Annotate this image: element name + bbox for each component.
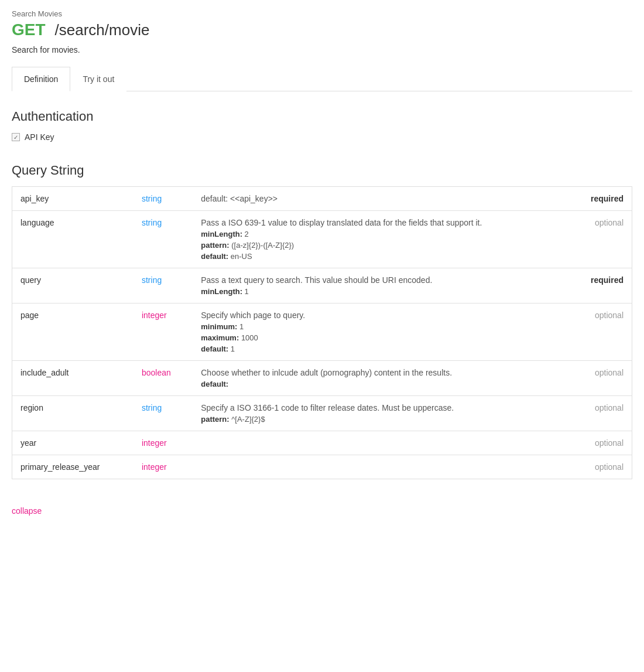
table-row: pageintegerSpecify which page to query.m…	[12, 303, 632, 361]
param-required: optional	[570, 211, 632, 268]
query-string-section: Query String api_keystringdefault: <<api…	[12, 163, 632, 479]
endpoint-title: GET /search/movie	[12, 21, 632, 39]
param-description: Pass a text query to search. This value …	[193, 268, 569, 303]
param-description	[193, 455, 569, 479]
param-name: query	[12, 268, 133, 303]
param-required: optional	[570, 431, 632, 455]
param-type: integer	[133, 455, 193, 479]
table-row: include_adultbooleanChoose whether to in…	[12, 361, 632, 396]
param-required: required	[570, 268, 632, 303]
param-required: optional	[570, 396, 632, 431]
api-key-label: API Key	[25, 132, 54, 142]
page-wrapper: Search Movies GET /search/movie Search f…	[0, 0, 644, 525]
param-description: Choose whether to inlcude adult (pornogr…	[193, 361, 569, 396]
tab-definition[interactable]: Definition	[12, 67, 70, 91]
param-meta: maximum: 1000	[201, 333, 561, 342]
param-description: default: <<api_key>>	[193, 187, 569, 211]
tabs-container: Definition Try it out	[12, 66, 632, 91]
table-row: languagestringPass a ISO 639-1 value to …	[12, 211, 632, 268]
param-required: required	[570, 187, 632, 211]
param-type: string	[133, 187, 193, 211]
param-name: primary_release_year	[12, 455, 133, 479]
param-description: Specify which page to query.minimum: 1ma…	[193, 303, 569, 361]
param-name: include_adult	[12, 361, 133, 396]
param-name: language	[12, 211, 133, 268]
param-type: string	[133, 396, 193, 431]
tab-try-it-out[interactable]: Try it out	[70, 67, 126, 91]
query-string-title: Query String	[12, 163, 632, 178]
params-table: api_keystringdefault: <<api_key>>require…	[12, 186, 632, 479]
param-name: page	[12, 303, 133, 361]
param-name: region	[12, 396, 133, 431]
param-type: boolean	[133, 361, 193, 396]
collapse-link[interactable]: collapse	[12, 506, 42, 516]
param-type: string	[133, 268, 193, 303]
param-description: Pass a ISO 639-1 value to display transl…	[193, 211, 569, 268]
param-name: year	[12, 431, 133, 455]
api-key-checkbox: ✓ API Key	[12, 132, 632, 142]
param-meta: minLength: 2	[201, 230, 561, 238]
endpoint-path: /search/movie	[55, 21, 150, 39]
param-type: string	[133, 211, 193, 268]
param-type: integer	[133, 431, 193, 455]
endpoint-description: Search for movies.	[12, 45, 632, 54]
param-meta: pattern: ^[A-Z]{2}$	[201, 415, 561, 424]
table-row: querystringPass a text query to search. …	[12, 268, 632, 303]
param-required: optional	[570, 361, 632, 396]
param-required: optional	[570, 455, 632, 479]
param-meta: pattern: ([a-z]{2})-([A-Z]{2})	[201, 241, 561, 250]
authentication-section: Authentication ✓ API Key	[12, 109, 632, 142]
http-method: GET	[12, 21, 46, 39]
param-description	[193, 431, 569, 455]
param-required: optional	[570, 303, 632, 361]
table-row: api_keystringdefault: <<api_key>>require…	[12, 187, 632, 211]
param-meta: default: 1	[201, 344, 561, 353]
endpoint-label: Search Movies	[12, 9, 632, 18]
param-meta: minimum: 1	[201, 322, 561, 331]
authentication-title: Authentication	[12, 109, 632, 124]
api-key-checkbox-box[interactable]: ✓	[12, 133, 20, 141]
param-meta: default:	[201, 380, 561, 388]
table-row: yearintegeroptional	[12, 431, 632, 455]
param-description: Specify a ISO 3166-1 code to filter rele…	[193, 396, 569, 431]
table-row: primary_release_yearintegeroptional	[12, 455, 632, 479]
param-type: integer	[133, 303, 193, 361]
table-row: regionstringSpecify a ISO 3166-1 code to…	[12, 396, 632, 431]
param-name: api_key	[12, 187, 133, 211]
param-meta: minLength: 1	[201, 287, 561, 296]
param-meta: default: en-US	[201, 252, 561, 261]
